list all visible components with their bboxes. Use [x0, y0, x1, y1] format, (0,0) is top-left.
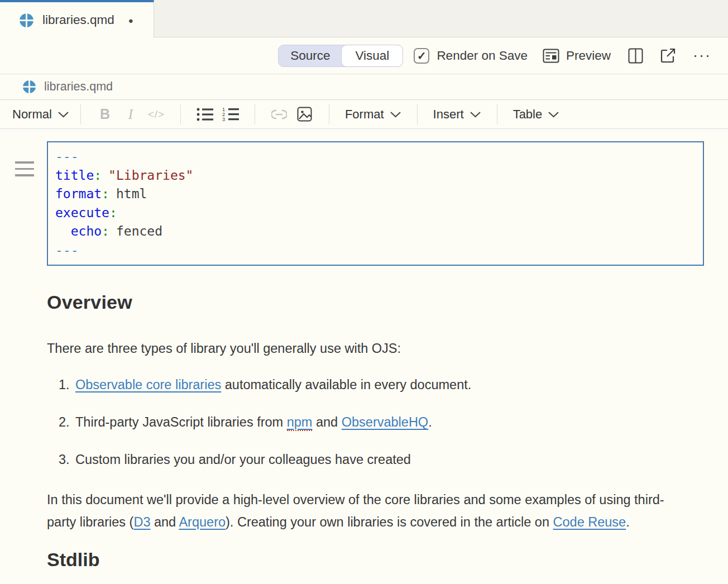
link-observable-core-libraries[interactable]: Observable core libraries [75, 377, 221, 392]
split-view-icon [628, 48, 643, 64]
yaml-line: format:html [55, 185, 696, 204]
tab-libraries-qmd[interactable]: libraries.qmd ● [0, 0, 154, 38]
chevron-down-icon [548, 111, 559, 118]
italic-button[interactable]: I [118, 106, 143, 123]
checkmark-icon: ✓ [417, 49, 427, 63]
render-on-save-label: Render on Save [437, 49, 528, 63]
render-on-save-toggle[interactable]: ✓ Render on Save [414, 48, 528, 64]
link-button[interactable] [266, 109, 292, 119]
yaml-key: execute [55, 205, 109, 220]
list-marker: 1. [59, 374, 75, 396]
toolbar-separator [180, 104, 181, 125]
list-item-text: Observable core libraries automatically … [75, 374, 471, 396]
preview-icon [543, 49, 559, 63]
external-link-icon [660, 48, 676, 63]
preview-label: Preview [566, 49, 611, 63]
list-item-text: Third-party JavaScript libraries from np… [75, 411, 432, 433]
quarto-icon [19, 13, 34, 28]
toolbar-separator [417, 104, 418, 125]
yaml-key: format [55, 186, 102, 201]
yaml-delimiter: --- [55, 149, 79, 164]
list-marker: 2. [59, 411, 75, 433]
preview-button[interactable]: Preview [543, 49, 611, 63]
link-arquero[interactable]: Arquero [179, 515, 226, 529]
list-item: 3. Custom libraries you and/or your coll… [59, 448, 703, 471]
yaml-value: html [116, 186, 147, 201]
toolbar-separator [80, 104, 81, 125]
bold-button[interactable]: B [92, 106, 118, 122]
block-drag-handle-icon[interactable] [15, 161, 34, 181]
paragraph-text: and [150, 515, 179, 529]
yaml-colon: : [102, 186, 109, 201]
tab-title: libraries.qmd [42, 13, 114, 27]
source-visual-toggle: Source Visual [278, 45, 403, 67]
visual-editor-canvas[interactable]: --- title:"Libraries" format:html execut… [0, 129, 728, 583]
chevron-down-icon [390, 111, 401, 118]
inline-code-button[interactable]: </> [143, 108, 169, 121]
chevron-down-icon [470, 111, 481, 118]
numbered-list-button[interactable]: 1 2 3 [218, 107, 243, 122]
breadcrumb: libraries.qmd [0, 74, 728, 100]
quarto-icon [22, 80, 36, 94]
format-menu[interactable]: Format [345, 107, 401, 122]
code-icon: </> [148, 108, 165, 121]
paragraph-style-value: Normal [12, 107, 52, 122]
list-item: 1. Observable core libraries automatical… [59, 374, 703, 396]
list-item: 2. Third-party JavaScript libraries from… [59, 411, 703, 433]
table-menu[interactable]: Table [513, 107, 560, 122]
toolbar-separator [255, 104, 255, 125]
yaml-colon: : [94, 168, 102, 183]
link-observablehq[interactable]: ObservableHQ [342, 415, 428, 429]
yaml-value: "Libraries" [108, 168, 193, 183]
yaml-front-matter-block[interactable]: --- title:"Libraries" format:html execut… [47, 141, 704, 266]
link-d3[interactable]: D3 [133, 515, 150, 529]
yaml-line: echo:fenced [55, 222, 696, 241]
link-npm[interactable]: npm [287, 415, 313, 431]
visual-mode-button[interactable]: Visual [341, 45, 403, 67]
paragraph-style-dropdown[interactable]: Normal [12, 107, 69, 122]
tab-strip: libraries.qmd ● [0, 0, 728, 37]
yaml-colon: : [102, 224, 109, 238]
yaml-key: title [55, 168, 94, 183]
yaml-line: --- [55, 241, 696, 260]
table-menu-label: Table [513, 107, 543, 122]
library-types-list: 1. Observable core libraries automatical… [59, 374, 703, 471]
insert-menu-label: Insert [433, 107, 464, 122]
yaml-value: fenced [116, 224, 162, 238]
yaml-line: title:"Libraries" [55, 166, 696, 185]
yaml-line: execute: [55, 204, 696, 223]
list-item-text: Custom libraries you and/or your colleag… [75, 448, 411, 471]
closing-paragraph: In this document we'll provide a high-le… [47, 489, 689, 533]
yaml-key: echo [55, 224, 102, 238]
bulleted-list-button[interactable] [192, 107, 218, 122]
image-button[interactable] [292, 107, 318, 122]
ellipsis-icon: ··· [693, 48, 711, 63]
yaml-colon: : [109, 205, 117, 220]
open-in-new-window-button[interactable] [660, 48, 676, 63]
list-item-mid: and [312, 415, 341, 429]
link-code-reuse[interactable]: Code Reuse [553, 515, 626, 529]
image-icon [297, 107, 312, 122]
split-editor-button[interactable] [628, 48, 643, 64]
render-on-save-checkbox[interactable]: ✓ [414, 48, 429, 64]
svg-text:3: 3 [222, 117, 225, 122]
editor-toolbar: Source Visual ✓ Render on Save Preview [0, 37, 728, 74]
toolbar-separator [329, 104, 329, 125]
source-mode-button[interactable]: Source [279, 45, 342, 66]
heading-overview: Overview [47, 291, 703, 313]
toolbar-separator [497, 104, 497, 125]
paragraph-text: . [626, 515, 630, 529]
list-item-tail: . [428, 415, 432, 429]
format-toolbar: Normal B I </> 1 2 3 [0, 100, 728, 129]
heading-stdlib: Stdlib [47, 549, 703, 571]
insert-menu[interactable]: Insert [433, 107, 481, 122]
bold-icon: B [100, 106, 110, 122]
breadcrumb-filename[interactable]: libraries.qmd [44, 80, 113, 94]
more-options-button[interactable]: ··· [693, 48, 711, 63]
yaml-delimiter: --- [55, 243, 79, 257]
list-marker: 3. [59, 448, 75, 471]
unsaved-changes-dot: ● [128, 16, 133, 25]
paragraph-text: ). Creating your own libraries is covere… [226, 515, 553, 529]
format-menu-label: Format [345, 107, 384, 122]
yaml-line: --- [55, 147, 696, 166]
